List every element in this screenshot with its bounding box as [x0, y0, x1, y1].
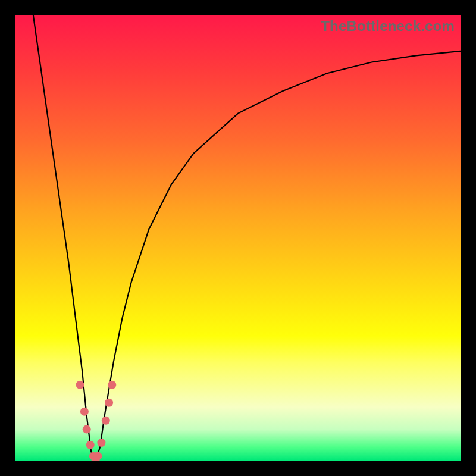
highlight-dot	[108, 381, 116, 389]
chart-frame: TheBottleneck.com	[0, 0, 476, 476]
highlight-dot	[76, 381, 84, 389]
curve-layer	[15, 15, 461, 461]
highlight-dot	[83, 425, 91, 434]
highlight-dot	[80, 408, 89, 416]
highlight-dot	[102, 416, 110, 425]
highlight-dot	[97, 439, 105, 447]
highlight-dot	[86, 441, 95, 449]
bottleneck-curve	[33, 15, 461, 461]
highlight-dot	[93, 452, 102, 461]
plot-area: TheBottleneck.com	[15, 15, 461, 461]
highlight-dots	[76, 381, 117, 461]
highlight-dot	[105, 399, 113, 407]
